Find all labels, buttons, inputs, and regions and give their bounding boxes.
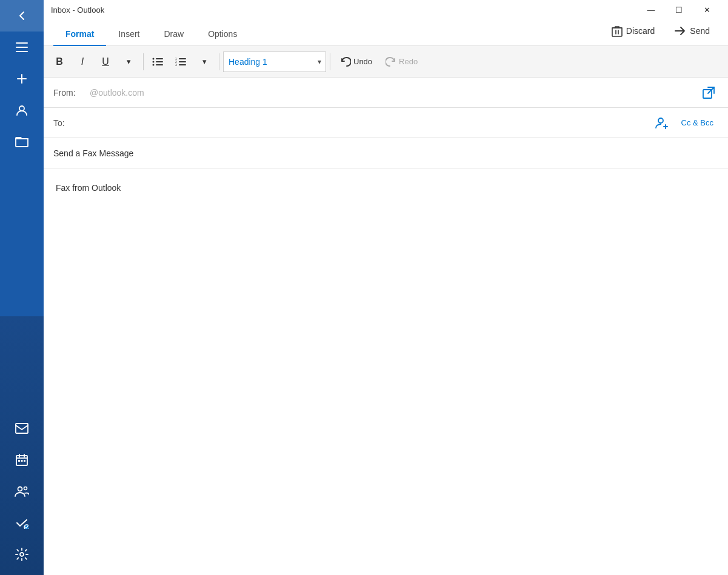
discard-button[interactable]: Discard: [603, 21, 663, 41]
svg-rect-21: [156, 64, 163, 65]
profile-icon[interactable]: [0, 95, 44, 126]
subject-input[interactable]: [53, 148, 718, 158]
svg-rect-26: [179, 61, 186, 62]
tabs-right-actions: Discard Send: [603, 21, 718, 45]
calendar-icon[interactable]: [0, 444, 44, 476]
text-format-dropdown-button[interactable]: ▾: [118, 51, 139, 73]
body-text: Fax from Outlook: [56, 183, 716, 193]
toolbar-separator-3: [330, 53, 330, 70]
svg-rect-4: [17, 78, 27, 79]
style-select[interactable]: Heading 1 Heading 2 Heading 3 Normal: [223, 52, 326, 72]
compose-area: From: To:: [44, 78, 728, 575]
to-person-icon[interactable]: [652, 113, 672, 133]
undo-button[interactable]: Undo: [334, 55, 378, 69]
svg-rect-15: [612, 28, 622, 36]
svg-point-12: [24, 487, 27, 490]
svg-text:3: 3: [175, 63, 177, 67]
bullet-list-icon: [152, 56, 164, 67]
svg-point-11: [18, 487, 22, 491]
from-popup-icon[interactable]: [699, 83, 718, 102]
toolbar-separator-2: [219, 53, 219, 70]
italic-button[interactable]: I: [72, 51, 93, 73]
bullet-list-button[interactable]: [147, 51, 169, 73]
discard-label: Discard: [626, 26, 655, 36]
close-button[interactable]: ✕: [693, 0, 721, 19]
tab-options[interactable]: Options: [196, 24, 249, 46]
from-input[interactable]: [90, 88, 699, 98]
svg-point-14: [20, 553, 24, 556]
people-icon[interactable]: [0, 476, 44, 507]
window-controls: — ☐ ✕: [637, 0, 721, 19]
list-dropdown-button[interactable]: ▾: [193, 51, 215, 73]
redo-label: Redo: [399, 57, 418, 66]
svg-rect-2: [16, 51, 28, 52]
settings-icon[interactable]: [0, 539, 44, 570]
redo-icon: [386, 57, 396, 67]
svg-point-5: [19, 106, 24, 111]
from-field: From:: [44, 78, 728, 108]
add-icon[interactable]: [0, 63, 44, 95]
tab-bar: Format Insert Draw Options Discard Send: [44, 19, 728, 46]
send-button[interactable]: Send: [666, 22, 718, 40]
titlebar: Inbox - Outlook — ☐ ✕: [44, 0, 728, 19]
send-label: Send: [690, 26, 710, 36]
menu-icon[interactable]: [0, 32, 44, 63]
window-title: Inbox - Outlook: [51, 5, 637, 15]
svg-rect-0: [16, 42, 28, 44]
formatting-toolbar: B I U ▾ 1 2 3: [44, 46, 728, 78]
tasks-icon[interactable]: [0, 507, 44, 539]
to-label: To:: [53, 118, 90, 128]
undo-icon: [340, 57, 351, 67]
svg-rect-9: [21, 460, 23, 462]
sidebar: [0, 0, 44, 575]
send-icon: [674, 25, 686, 36]
numbered-list-icon: 1 2 3: [175, 56, 187, 67]
svg-rect-25: [179, 58, 186, 59]
svg-rect-10: [24, 460, 25, 462]
cc-bcc-button[interactable]: Cc & Bcc: [676, 116, 718, 130]
folder-icon[interactable]: [0, 126, 44, 158]
to-input[interactable]: [90, 118, 652, 128]
style-select-wrapper[interactable]: Heading 1 Heading 2 Heading 3 Normal ▾: [223, 52, 326, 72]
svg-rect-20: [156, 61, 163, 62]
svg-rect-1: [16, 47, 28, 48]
discard-icon: [612, 25, 623, 37]
numbered-list-button[interactable]: 1 2 3: [170, 51, 192, 73]
sidebar-bottom: [0, 413, 44, 575]
subject-field: [44, 138, 728, 168]
underline-button[interactable]: U: [95, 51, 116, 73]
svg-point-16: [153, 58, 155, 59]
svg-point-29: [658, 118, 663, 123]
main-content: Inbox - Outlook — ☐ ✕ Format Insert Draw…: [44, 0, 728, 575]
svg-rect-8: [18, 460, 20, 462]
bold-button[interactable]: B: [48, 51, 70, 73]
svg-rect-27: [179, 64, 186, 65]
to-field-actions: Cc & Bcc: [652, 113, 718, 133]
undo-label: Undo: [353, 57, 372, 66]
from-label: From:: [53, 88, 90, 98]
minimize-button[interactable]: —: [637, 0, 665, 19]
toolbar-separator-1: [143, 53, 144, 70]
tab-draw[interactable]: Draw: [152, 24, 196, 46]
to-field: To: Cc & Bcc: [44, 108, 728, 138]
redo-button[interactable]: Redo: [379, 55, 424, 69]
svg-point-18: [153, 64, 155, 65]
svg-rect-19: [156, 58, 163, 59]
mail-icon[interactable]: [0, 413, 44, 444]
maximize-button[interactable]: ☐: [665, 0, 693, 19]
back-icon[interactable]: [0, 0, 44, 32]
body-area[interactable]: Fax from Outlook: [44, 168, 728, 575]
svg-point-17: [153, 61, 155, 62]
sidebar-top: [0, 0, 44, 158]
svg-rect-6: [16, 424, 28, 433]
tab-insert[interactable]: Insert: [106, 24, 152, 46]
tab-format[interactable]: Format: [53, 24, 106, 46]
